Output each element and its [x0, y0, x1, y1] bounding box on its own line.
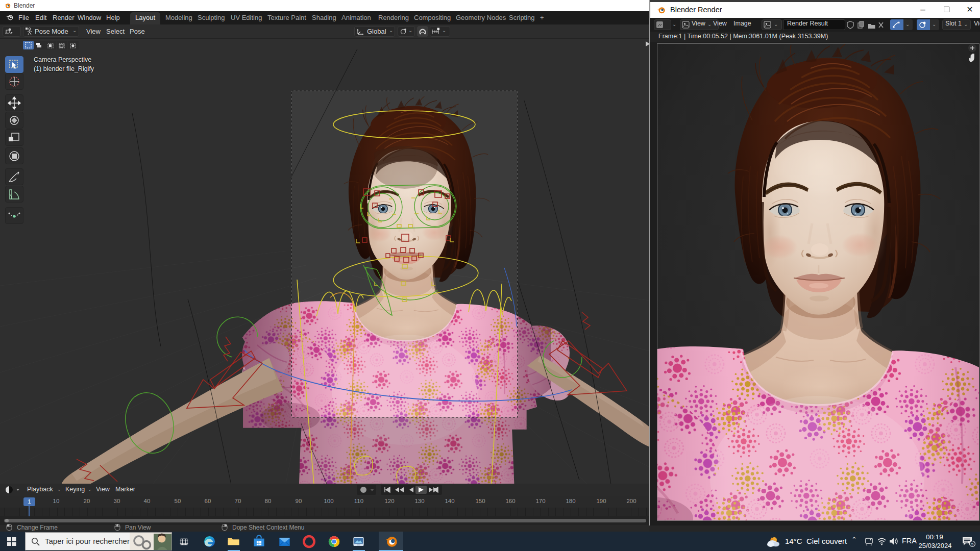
svg-text:5: 5 — [971, 542, 974, 546]
